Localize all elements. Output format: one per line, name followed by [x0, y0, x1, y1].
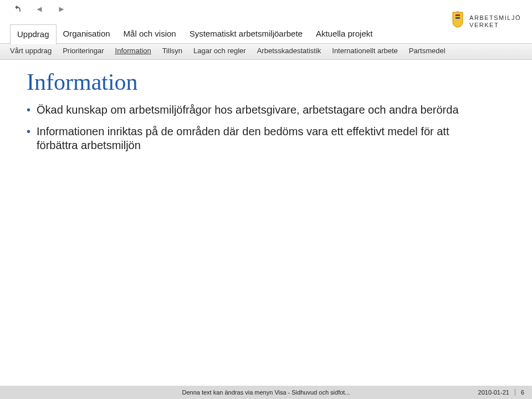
crest-icon — [451, 11, 465, 32]
logo: ARBETSMILJÖ VERKET — [451, 11, 521, 32]
svg-rect-0 — [456, 14, 460, 16]
subnav-partsmedel[interactable]: Partsmedel — [409, 47, 446, 55]
primary-nav: Uppdrag Organisation Mål och vision Syst… — [10, 24, 379, 45]
page-title: Information — [27, 69, 138, 95]
subnav-information[interactable]: Information — [115, 47, 151, 55]
footer: Denna text kan ändras via menyn Visa - S… — [0, 386, 532, 399]
footer-center-text: Denna text kan ändras via menyn Visa - S… — [182, 389, 350, 396]
bullet-item: Informationen inriktas på de områden där… — [27, 125, 492, 152]
footer-page-number: 6 — [521, 389, 524, 396]
footer-date: 2010-01-21 — [478, 389, 509, 396]
toolbar — [11, 3, 68, 16]
subnav-arbetsskadestatistik[interactable]: Arbetsskadestatistik — [257, 47, 321, 55]
secondary-nav: Vårt uppdrag Prioriteringar Information … — [10, 47, 446, 55]
subnav-vart-uppdrag[interactable]: Vårt uppdrag — [10, 47, 52, 55]
prev-icon[interactable] — [33, 3, 45, 16]
next-icon[interactable] — [55, 3, 68, 16]
slide: Uppdrag Organisation Mål och vision Syst… — [0, 0, 532, 399]
subnav-tillsyn[interactable]: Tillsyn — [162, 47, 182, 55]
subnav-prioriteringar[interactable]: Prioriteringar — [63, 47, 104, 55]
subnav-lagar[interactable]: Lagar och regler — [193, 47, 246, 55]
svg-rect-1 — [456, 17, 460, 19]
bullet-list: Ökad kunskap om arbetsmiljöfrågor hos ar… — [27, 103, 492, 160]
subnav-internationellt[interactable]: Internationellt arbete — [332, 47, 398, 55]
tab-aktuella-projekt[interactable]: Aktuella projekt — [309, 24, 380, 45]
undo-icon[interactable] — [11, 3, 23, 16]
tab-systematiskt[interactable]: Systematiskt arbetsmiljöarbete — [183, 24, 309, 45]
logo-line1: ARBETSMILJÖ — [469, 14, 521, 22]
logo-text: ARBETSMILJÖ VERKET — [469, 14, 521, 29]
bullet-item: Ökad kunskap om arbetsmiljöfrågor hos ar… — [27, 103, 492, 117]
footer-right: 2010-01-21 6 — [478, 389, 524, 396]
tab-mal-och-vision[interactable]: Mål och vision — [117, 24, 183, 45]
tab-uppdrag[interactable]: Uppdrag — [10, 24, 57, 45]
logo-line2: VERKET — [469, 22, 521, 29]
tab-organisation[interactable]: Organisation — [57, 24, 117, 45]
footer-separator — [515, 389, 515, 396]
